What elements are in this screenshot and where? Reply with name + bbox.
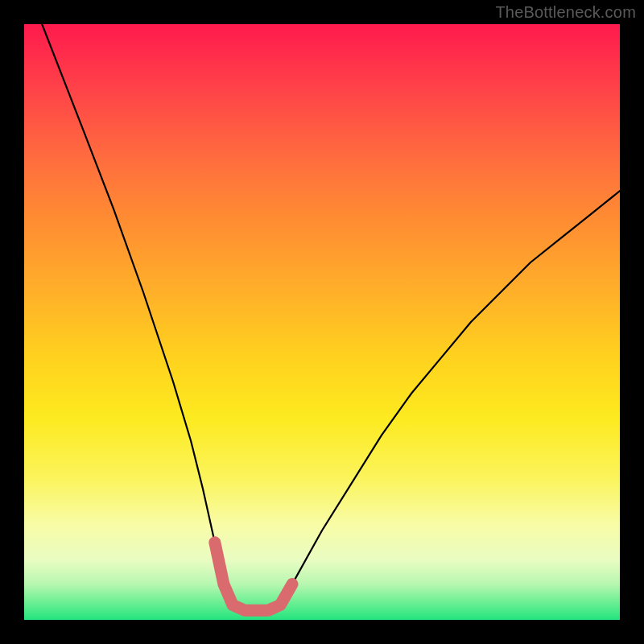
- watermark-text: TheBottleneck.com: [495, 3, 636, 22]
- chart-frame: TheBottleneck.com: [0, 0, 644, 644]
- bottleneck-curve-bottom: [215, 543, 292, 610]
- plot-area: [24, 24, 620, 620]
- curve-layer: [24, 24, 620, 620]
- bottleneck-curve: [42, 24, 620, 610]
